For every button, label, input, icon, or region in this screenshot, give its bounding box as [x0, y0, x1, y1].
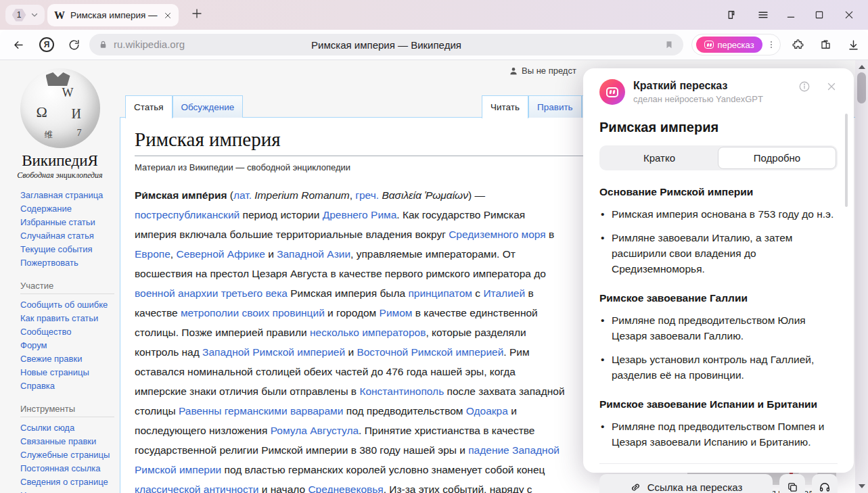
sidebar-link[interactable]: Заглавная страница: [20, 189, 120, 202]
summary-bullet: Римляне завоевали Италию, а затем расшир…: [599, 230, 838, 277]
sidebar-divider: [20, 417, 114, 417]
wikipedia-wordmark[interactable]: ВикипедиЯ: [0, 152, 120, 170]
sidebar-link[interactable]: Сообщество: [20, 325, 120, 339]
tab-edit[interactable]: Править: [528, 95, 582, 118]
article-link[interactable]: Восточной Римской империей: [357, 346, 503, 358]
tab-title: Римская империя — В: [70, 10, 158, 20]
pereskaz-gradient-icon: [599, 79, 625, 105]
article-link[interactable]: Италией: [483, 287, 525, 299]
tab-brief[interactable]: Кратко: [601, 147, 718, 169]
article-link[interactable]: Северной Африке: [176, 248, 265, 260]
pereskaz-label: пересказ: [717, 40, 754, 50]
user-status[interactable]: Вы не предст: [509, 66, 576, 76]
download-icon[interactable]: [847, 39, 860, 51]
summary-section: Основание Римской империи Римская импери…: [599, 186, 838, 277]
article-link[interactable]: метрополии своих провинций: [181, 307, 325, 319]
refresh-icon[interactable]: [68, 39, 81, 51]
panel-close-icon[interactable]: [825, 80, 838, 93]
scroll-down-icon[interactable]: [859, 484, 865, 488]
sidebar-link[interactable]: Служебные страницы: [20, 448, 120, 462]
sidebar-link[interactable]: Как править статьи: [20, 312, 120, 325]
tab-counter-button[interactable]: 1: [5, 5, 45, 25]
article-link[interactable]: Ромула Августула: [271, 425, 359, 436]
article-link[interactable]: Константинополь: [359, 385, 444, 397]
maximize-icon[interactable]: [814, 9, 825, 21]
sidebar-link[interactable]: Сообщить об ошибке: [20, 298, 120, 312]
tab-read[interactable]: Читать: [482, 95, 528, 118]
menu-icon[interactable]: [757, 9, 769, 21]
article-link[interactable]: греч.: [355, 189, 379, 201]
quote-icon: [704, 41, 714, 49]
side-panels-icon[interactable]: [725, 9, 737, 21]
article-link[interactable]: Европе: [135, 248, 170, 260]
logo-notch: [46, 72, 70, 86]
back-icon[interactable]: [12, 39, 25, 51]
chevron-down-icon: [30, 11, 39, 19]
collections-icon[interactable]: [819, 39, 832, 51]
sidebar-link[interactable]: Ссылки сюда: [20, 421, 120, 435]
browser-tab[interactable]: W Римская империя — В: [47, 4, 179, 26]
article-link[interactable]: лат.: [233, 189, 252, 201]
section-heading: Римское завоевание Испании и Британии: [599, 398, 838, 410]
bookmark-flag-icon[interactable]: [664, 39, 674, 50]
article-link[interactable]: Древнего Рима: [323, 209, 397, 220]
close-window-icon[interactable]: [844, 9, 854, 21]
sidebar-link[interactable]: Свежие правки: [20, 352, 120, 366]
scroll-up-icon[interactable]: [859, 65, 865, 69]
article-link[interactable]: Равенны: [179, 405, 221, 417]
summary-panel: Краткий пересказ сделан нейросетью Yande…: [583, 68, 854, 473]
sidebar-section-participation: Участие: [0, 281, 120, 291]
sidebar-link[interactable]: Цитировать страницу: [20, 489, 120, 493]
info-icon[interactable]: [798, 80, 810, 93]
sidebar-link[interactable]: Новые страницы: [20, 366, 120, 379]
article-link[interactable]: Западной Римской империей: [202, 346, 345, 358]
article-link[interactable]: военной анархии третьего века: [135, 287, 288, 299]
tab-discussion[interactable]: Обсуждение: [173, 95, 244, 118]
summary-bullet: Римляне под предводительством Помпея и Ц…: [599, 419, 838, 450]
article-link[interactable]: Римом: [380, 307, 413, 319]
tab-article[interactable]: Статья: [125, 95, 173, 118]
section-heading: Римское завоевание Галлии: [599, 292, 838, 304]
pereskaz-group: пересказ: [691, 34, 781, 55]
sidebar-link[interactable]: Форум: [20, 339, 120, 352]
wikipedia-logo[interactable]: Ω W И 7 维: [20, 68, 100, 148]
sidebar-link[interactable]: Сведения о странице: [20, 475, 120, 489]
sidebar-link[interactable]: Справка: [20, 379, 120, 393]
new-tab-button[interactable]: [191, 7, 203, 20]
article-link[interactable]: постреспубликанский: [135, 209, 239, 220]
copy-text-button[interactable]: [779, 474, 805, 493]
sidebar-link[interactable]: Пожертвовать: [20, 256, 120, 270]
sidebar-link[interactable]: Содержание: [20, 202, 120, 216]
panel-scrollbar-thumb[interactable]: [845, 114, 848, 207]
summary-bullet: Цезарь установил контроль над Галлией, р…: [599, 352, 838, 383]
scrollbar-thumb[interactable]: [857, 72, 866, 103]
tab-close-icon[interactable]: [164, 11, 172, 20]
address-bar[interactable]: ru.wikipedia.org Римская империя — Викип…: [89, 34, 683, 55]
sidebar-link[interactable]: Постоянная ссылка: [20, 462, 120, 475]
article-link[interactable]: Западной Азии: [277, 248, 350, 260]
yandex-icon[interactable]: Я: [39, 37, 54, 52]
article-link[interactable]: несколько императоров: [310, 327, 426, 338]
page-scrollbar[interactable]: [855, 60, 868, 493]
sidebar-link[interactable]: Случайная статья: [20, 229, 120, 243]
sidebar-link[interactable]: Связанные правки: [20, 435, 120, 448]
minimize-icon[interactable]: [785, 9, 796, 21]
article-link[interactable]: германскими варварами: [225, 405, 344, 417]
extensions-puzzle-icon[interactable]: [792, 39, 804, 51]
sidebar-link[interactable]: Текущие события: [20, 243, 120, 256]
article-link[interactable]: Средиземного моря: [449, 229, 546, 240]
article-link[interactable]: классической античности: [135, 484, 258, 493]
article-link[interactable]: Одоакра: [466, 405, 508, 417]
pereskaz-menu-icon[interactable]: [767, 40, 776, 49]
copy-link-button[interactable]: Ссылка на пересказ: [599, 474, 773, 493]
pereskaz-button[interactable]: пересказ: [696, 37, 762, 53]
listen-button[interactable]: [812, 474, 838, 493]
article-link[interactable]: Средневековья: [308, 484, 383, 493]
sidebar-link[interactable]: Избранные статьи: [20, 216, 120, 229]
copy-link-label: Ссылка на пересказ: [647, 482, 743, 493]
tab-detailed[interactable]: Подробно: [718, 147, 836, 169]
sidebar-main-links: Заглавная страницаСодержаниеИзбранные ст…: [0, 189, 120, 270]
wikipedia-sidebar: Ω W И 7 维 ВикипедиЯ Свободная энциклопед…: [0, 60, 120, 493]
browser-tab-bar: 1 W Римская империя — В: [0, 0, 868, 30]
article-link[interactable]: принципатом: [408, 287, 472, 299]
